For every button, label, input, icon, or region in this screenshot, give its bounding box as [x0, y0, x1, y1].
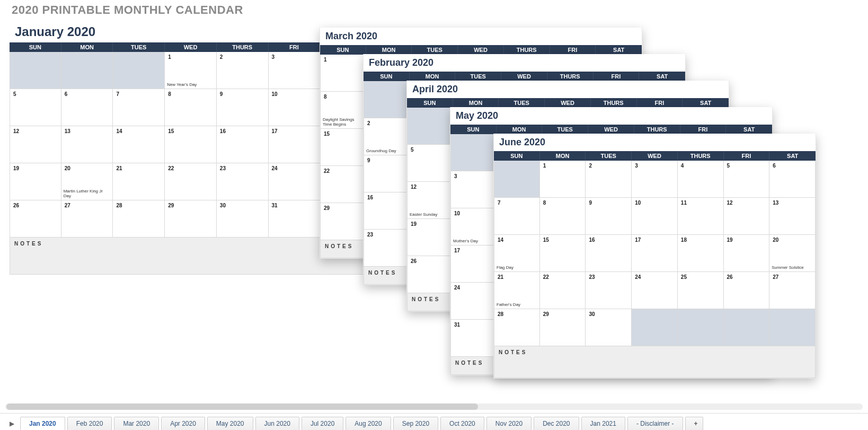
calendar-cell[interactable]: 5 [10, 89, 61, 126]
calendar-cell[interactable]: 7 [113, 89, 165, 126]
calendar-cell[interactable]: 14Flag Day [494, 235, 540, 272]
calendar-cell[interactable] [724, 309, 770, 346]
calendar-cell[interactable]: 6 [61, 89, 113, 126]
calendar-cell[interactable]: 10Mother's Day [450, 208, 497, 245]
calendar-cell[interactable]: 17 [450, 245, 497, 283]
calendar-cell[interactable]: 14 [113, 126, 165, 163]
calendar-cell[interactable]: 20Martin Luther King Jr Day [61, 163, 113, 200]
sheet-tab[interactable]: Sep 2020 [393, 417, 438, 430]
sheet-tab[interactable]: May 2020 [207, 417, 253, 430]
calendar-cell[interactable]: 5 [407, 145, 453, 182]
calendar-cell[interactable]: 19 [407, 219, 453, 256]
calendar-cell[interactable]: 10 [632, 198, 678, 235]
calendar-cell[interactable]: 1 [320, 55, 366, 92]
calendar-cell[interactable]: 5 [724, 161, 770, 198]
sheet-tab[interactable]: Feb 2020 [67, 417, 112, 430]
tab-nav-next-icon[interactable]: ▶ [5, 417, 18, 430]
calendar-cell[interactable]: 13 [61, 126, 113, 163]
calendar-cell[interactable]: 27 [769, 272, 816, 309]
calendar-cell[interactable]: 29 [320, 203, 366, 240]
calendar-cell[interactable]: 26 [407, 256, 453, 293]
calendar-cell[interactable] [632, 309, 678, 346]
sheet-tab[interactable]: Aug 2020 [346, 417, 391, 430]
notes-section[interactable]: NOTES [10, 238, 372, 275]
calendar-cell[interactable]: 8Daylight Savings Time Begins [320, 92, 366, 129]
calendar-cell[interactable]: 24 [269, 163, 321, 200]
calendar-cell[interactable]: 29 [165, 200, 217, 238]
sheet-tab[interactable]: Mar 2020 [114, 417, 159, 430]
calendar-cell[interactable]: 8 [165, 89, 217, 126]
calendar-cell[interactable]: 26 [724, 272, 770, 309]
sheet-tab[interactable]: Jul 2020 [302, 417, 343, 430]
calendar-cell[interactable]: 25 [678, 272, 724, 309]
calendar-cell[interactable]: 22 [165, 163, 217, 200]
calendar-cell[interactable]: 6 [769, 161, 816, 198]
sheet-tab[interactable]: Jan 2021 [581, 417, 625, 430]
sheet-tab[interactable]: Oct 2020 [440, 417, 484, 430]
calendar-cell[interactable]: 23 [364, 230, 410, 267]
calendar-cell[interactable]: 17 [632, 235, 678, 272]
calendar-cell[interactable]: 28 [113, 200, 165, 238]
calendar-cell[interactable]: 24 [450, 283, 497, 320]
calendar-cell[interactable]: 2 [586, 161, 632, 198]
calendar-cell[interactable]: 12Easter Sunday [407, 182, 453, 219]
calendar-cell[interactable]: 21 [113, 163, 165, 200]
calendar-cell[interactable]: 16 [586, 235, 632, 272]
calendar-cell[interactable]: 26 [10, 200, 61, 238]
sheet-tab[interactable]: Apr 2020 [161, 417, 205, 430]
calendar-cell[interactable]: 4 [678, 161, 724, 198]
calendar-cell[interactable]: 30 [586, 309, 632, 346]
calendar-cell[interactable]: 20Summer Solstice [769, 235, 816, 272]
sheet-tab[interactable]: Jun 2020 [255, 417, 299, 430]
calendar-cell[interactable]: 15 [165, 126, 217, 163]
calendar-cell[interactable]: 3 [632, 161, 678, 198]
calendar-cell[interactable]: 21Father's Day [494, 272, 540, 309]
calendar-cell[interactable]: 23 [217, 163, 269, 200]
calendar-cell[interactable]: 10 [269, 89, 321, 126]
calendar-cell[interactable]: 24 [632, 272, 678, 309]
calendar-cell[interactable]: 7 [494, 198, 540, 235]
calendar-cell[interactable]: 18 [678, 235, 724, 272]
calendar-cell[interactable]: 9 [586, 198, 632, 235]
add-sheet-button[interactable]: + [685, 417, 703, 430]
calendar-cell[interactable] [769, 309, 816, 346]
calendar-cell[interactable]: 9 [364, 155, 410, 192]
calendar-cell[interactable]: 11 [678, 198, 724, 235]
calendar-cell[interactable]: 22 [320, 166, 366, 203]
calendar-cell[interactable] [407, 108, 453, 145]
calendar-cell[interactable]: 29 [540, 309, 586, 346]
calendar-cell[interactable]: 15 [320, 129, 366, 166]
calendar-cell[interactable]: 2Groundhog Day [364, 118, 410, 155]
calendar-cell[interactable] [494, 161, 540, 198]
calendar-cell[interactable]: 19 [10, 163, 61, 200]
calendar-cell[interactable] [113, 52, 165, 89]
calendar-cell[interactable]: 3 [450, 171, 497, 208]
calendar-cell[interactable]: 1New Year's Day [165, 52, 217, 89]
calendar-cell[interactable]: 9 [217, 89, 269, 126]
calendar-cell[interactable]: 19 [724, 235, 770, 272]
sheet-tab[interactable]: - Disclaimer - [627, 417, 683, 430]
calendar-cell[interactable] [10, 52, 61, 89]
notes-section[interactable]: NOTES [494, 346, 816, 378]
calendar-cell[interactable]: 16 [364, 192, 410, 230]
calendar-cell[interactable]: 12 [10, 126, 61, 163]
calendar-cell[interactable]: 31 [269, 200, 321, 238]
calendar-cell[interactable]: 31 [450, 320, 497, 357]
calendar-cell[interactable]: 23 [586, 272, 632, 309]
calendar-cell[interactable]: 2 [217, 52, 269, 89]
calendar-cell[interactable]: 28 [494, 309, 540, 346]
calendar-cell[interactable] [364, 81, 410, 118]
calendar-cell[interactable] [678, 309, 724, 346]
calendar-cell[interactable]: 15 [540, 235, 586, 272]
calendar-cell[interactable]: 8 [540, 198, 586, 235]
calendar-cell[interactable]: 22 [540, 272, 586, 309]
calendar-cell[interactable]: 27 [61, 200, 113, 238]
horizontal-scrollbar[interactable] [5, 403, 863, 410]
calendar-cell[interactable] [61, 52, 113, 89]
scrollbar-thumb[interactable] [6, 403, 478, 410]
calendar-cell[interactable]: 13 [769, 198, 816, 235]
calendar-cell[interactable] [450, 134, 497, 171]
calendar-cell[interactable]: 1 [540, 161, 586, 198]
calendar-cell[interactable]: 3 [269, 52, 321, 89]
sheet-tab[interactable]: Jan 2020 [20, 417, 65, 430]
